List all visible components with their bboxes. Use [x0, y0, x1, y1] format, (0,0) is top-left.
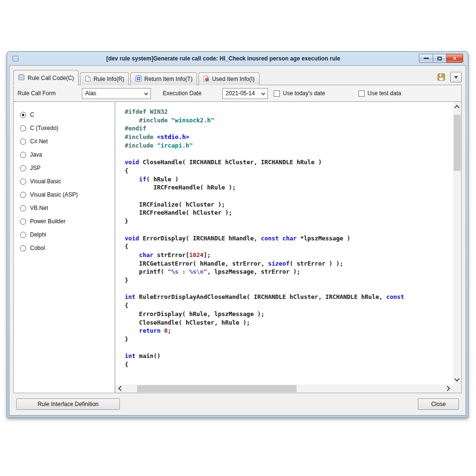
- language-option-visual-basic-asp[interactable]: Visual Basic (ASP): [20, 188, 115, 201]
- radio-button-icon[interactable]: [20, 125, 26, 131]
- code-line: [125, 344, 453, 352]
- language-option-cobol[interactable]: Cobol: [20, 241, 115, 255]
- language-option-c-tuxedo[interactable]: C (Tuxedo): [20, 121, 115, 135]
- code-line: }: [125, 276, 453, 285]
- use-todays-date-checkbox[interactable]: [274, 90, 280, 97]
- code-line: printf( "%s : %s\n", lpszMessage, strErr…: [125, 268, 453, 276]
- rule-call-code-tab-page: Rule Call Form Alas Execution Date 2021-…: [13, 85, 462, 393]
- use-todays-date-label: Use today's date: [283, 90, 325, 97]
- language-option-visual-basic[interactable]: Visual Basic: [20, 175, 115, 188]
- code-line: ErrorDisplay( hRule, lpszMessage );: [125, 310, 453, 318]
- language-option-label: Visual Basic (ASP): [30, 191, 78, 198]
- scroll-down-icon[interactable]: [454, 376, 459, 381]
- tab-strip-actions: [436, 72, 462, 85]
- radio-button-icon[interactable]: [20, 112, 26, 118]
- scroll-right-icon[interactable]: [445, 386, 450, 391]
- tab-label: Return Item Info(T): [144, 76, 192, 82]
- language-option-c-net[interactable]: C#.Net: [20, 135, 115, 148]
- tab-used-item-info[interactable]: Used Item Info(I): [198, 72, 259, 85]
- code-line: [125, 226, 453, 234]
- code-line: IRCGetLastError( hHandle, strError, size…: [125, 259, 453, 268]
- code-document-icon: [18, 74, 25, 82]
- execution-date-select[interactable]: 2021-05-14: [222, 88, 268, 99]
- radio-button-icon[interactable]: [20, 192, 26, 198]
- language-option-label: JSP: [30, 165, 40, 171]
- rule-call-form-select[interactable]: Alas: [82, 88, 151, 99]
- language-option-label: Java: [30, 151, 42, 158]
- dialog-window: [dev rule system]Generate rule call code…: [7, 51, 468, 418]
- radio-button-icon[interactable]: [20, 152, 26, 158]
- code-line: #include "ircapi.h": [125, 141, 453, 150]
- grid-icon: [135, 75, 142, 83]
- tab-label: Rule Info(R): [93, 76, 124, 82]
- vertical-scrollbar-thumb[interactable]: [454, 115, 461, 171]
- toolbar: Rule Call Form Alas Execution Date 2021-…: [14, 85, 461, 102]
- radio-button-icon[interactable]: [20, 232, 26, 238]
- language-option-label: VB.Net: [30, 205, 48, 211]
- language-option-label: C#.Net: [30, 138, 48, 145]
- horizontal-scrollbar-thumb[interactable]: [137, 385, 297, 392]
- execution-date-value: 2021-05-14: [226, 90, 262, 97]
- window-icon: [12, 55, 20, 62]
- maximize-icon: [437, 57, 442, 60]
- radio-button-icon[interactable]: [20, 178, 26, 185]
- window-controls: ×: [419, 54, 463, 63]
- code-line: void CloseHandle( IRCHANDLE hCluster, IR…: [125, 158, 453, 167]
- code-line: return 0;: [125, 327, 453, 335]
- horizontal-scrollbar[interactable]: [115, 385, 453, 393]
- language-option-label: Cobol: [30, 245, 45, 251]
- rule-call-form-label: Rule Call Form: [18, 90, 82, 97]
- use-test-data-checkbox[interactable]: [358, 90, 365, 97]
- use-todays-date-checkbox-row[interactable]: Use today's date: [274, 90, 325, 97]
- execution-date-label: Execution Date: [163, 90, 222, 97]
- tab-rule-info[interactable]: Rule Info(R): [80, 72, 129, 85]
- radio-button-icon[interactable]: [20, 218, 26, 225]
- vertical-scrollbar[interactable]: [453, 102, 461, 385]
- maximize-button[interactable]: [433, 54, 446, 63]
- save-options-dropdown-button[interactable]: [450, 72, 462, 82]
- scroll-left-icon[interactable]: [118, 386, 123, 391]
- rule-call-form-value: Alas: [85, 90, 145, 97]
- language-option-delphi[interactable]: Delphi: [20, 228, 115, 241]
- language-option-jsp[interactable]: JSP: [20, 161, 115, 175]
- radio-button-icon[interactable]: [20, 245, 26, 251]
- tab-return-item-info[interactable]: Return Item Info(T): [130, 72, 197, 85]
- minimize-button[interactable]: [419, 54, 433, 63]
- rule-interface-definition-button[interactable]: Rule Interface Definition: [16, 398, 120, 410]
- document-icon: [85, 75, 91, 83]
- radio-button-icon[interactable]: [20, 165, 26, 171]
- language-option-c[interactable]: C: [20, 108, 115, 121]
- use-test-data-label: Use test data: [367, 90, 401, 97]
- code-line: #ifdef WIN32: [125, 108, 453, 116]
- chevron-down-icon: [454, 76, 458, 80]
- code-line: {: [125, 167, 453, 175]
- code-line: int main(): [125, 352, 453, 360]
- scrollbar-corner: [453, 385, 461, 393]
- code-line: void ErrorDisplay( IRCHANDLE hHandle, co…: [125, 234, 453, 243]
- tab-rule-call-code[interactable]: Rule Call Code(C): [13, 70, 79, 85]
- radio-button-icon[interactable]: [20, 205, 26, 211]
- code-editor[interactable]: #ifdef WIN32 #include "winsock2.h"#endif…: [115, 102, 461, 393]
- use-test-data-checkbox-row[interactable]: Use test data: [358, 90, 401, 97]
- language-option-label: C: [30, 111, 34, 118]
- minimize-icon: [424, 58, 429, 59]
- window-body: Rule Call Code(C) Rule Info(R): [9, 65, 466, 416]
- code-line: [125, 150, 453, 159]
- radio-button-icon[interactable]: [20, 139, 26, 145]
- language-option-label: C (Tuxedo): [30, 125, 59, 131]
- code-line: IRCFreeHandle( hRule );: [125, 183, 453, 192]
- bottom-bar: Rule Interface Definition Close: [10, 393, 466, 415]
- close-window-button[interactable]: ×: [446, 54, 463, 63]
- code-line: {: [125, 360, 453, 369]
- close-button[interactable]: Close: [418, 398, 459, 410]
- code-line: IRCFreeHandle( hCluster );: [125, 208, 453, 217]
- save-button[interactable]: [436, 72, 447, 82]
- tab-strip: Rule Call Code(C) Rule Info(R): [10, 66, 466, 85]
- language-option-vb-net[interactable]: VB.Net: [20, 201, 115, 215]
- code-line: {: [125, 301, 453, 310]
- scroll-up-icon[interactable]: [454, 105, 459, 110]
- chevron-down-icon: [144, 91, 148, 95]
- language-list: CC (Tuxedo)C#.NetJavaJSPVisual BasicVisu…: [14, 102, 115, 393]
- language-option-java[interactable]: Java: [20, 148, 115, 161]
- language-option-power-builder[interactable]: Power Builder: [20, 215, 115, 228]
